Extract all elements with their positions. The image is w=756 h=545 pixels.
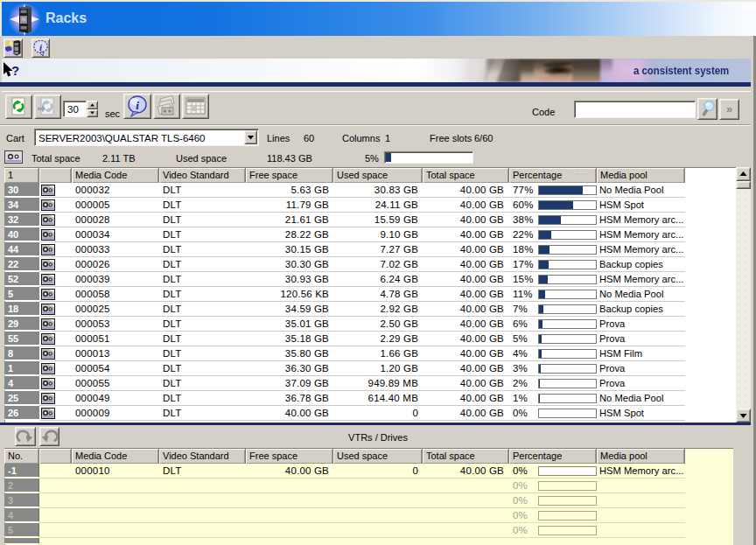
svg-text:?: ?	[11, 63, 19, 78]
svg-text:i: i	[136, 99, 139, 112]
